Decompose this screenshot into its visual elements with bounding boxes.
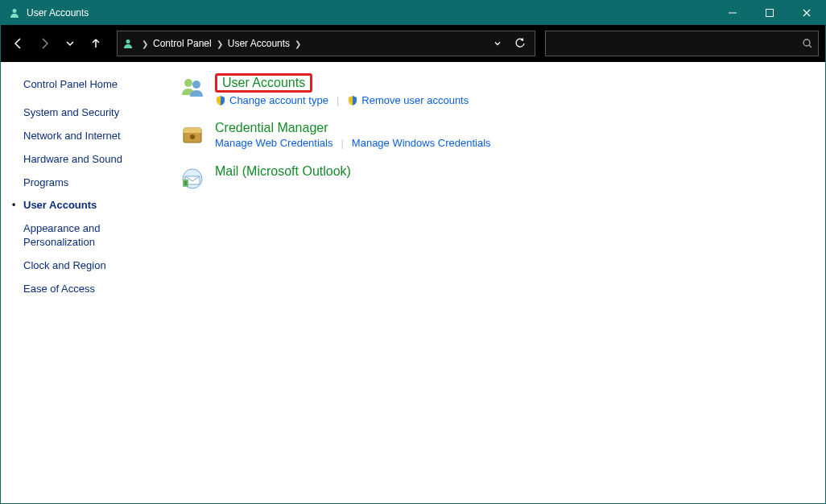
sidebar-item-ease-of-access[interactable]: Ease of Access [23,283,144,296]
maximize-button[interactable] [751,1,788,25]
breadcrumb-control-panel[interactable]: Control Panel [151,38,213,49]
shield-icon [347,95,358,106]
sidebar-item-hardware-sound[interactable]: Hardware and Sound [23,153,144,167]
separator: | [341,137,343,149]
credential-manager-heading[interactable]: Credential Manager [215,121,491,135]
navbar: ❯ Control Panel ❯ User Accounts ❯ [1,25,825,62]
svg-point-5 [184,79,192,87]
address-dropdown-button[interactable] [486,32,509,55]
svg-rect-1 [729,13,737,14]
svg-point-9 [190,134,195,139]
forward-button[interactable] [33,32,56,55]
titlebar: User Accounts [1,1,825,25]
search-box[interactable] [545,31,819,56]
app-icon [9,7,20,19]
search-icon[interactable] [802,38,813,49]
link-remove-user-accounts[interactable]: Remove user accounts [361,94,469,106]
user-accounts-heading[interactable]: User Accounts [215,73,312,93]
sidebar-item-system-security[interactable]: System and Security [23,106,144,120]
svg-rect-8 [184,128,201,133]
recent-locations-button[interactable] [59,32,81,55]
category-mail: Mail (Microsoft Outlook) [178,164,809,193]
chevron-right-icon[interactable]: ❯ [138,39,151,48]
separator: | [337,94,339,106]
search-input[interactable] [551,38,802,49]
user-icon [122,38,134,49]
svg-rect-2 [766,10,774,17]
svg-point-6 [192,81,200,89]
sidebar-item-programs[interactable]: Programs [23,176,144,190]
window-title: User Accounts [27,7,89,19]
category-credential-manager: Credential Manager Manage Web Credential… [178,121,809,150]
up-button[interactable] [85,32,107,55]
sidebar-item-network-internet[interactable]: Network and Internet [23,130,144,143]
user-accounts-icon [178,73,207,102]
refresh-button[interactable] [509,32,531,55]
window-frame: User Accounts ❯ Control Pa [0,0,826,504]
link-manage-web-credentials[interactable]: Manage Web Credentials [215,137,332,149]
sidebar-home[interactable]: Control Panel Home [23,78,144,92]
link-manage-windows-credentials[interactable]: Manage Windows Credentials [352,137,491,149]
sidebar-item-user-accounts[interactable]: User Accounts [23,199,144,213]
credential-manager-icon [178,121,207,150]
sidebar-item-appearance[interactable]: Appearance and Personalization [23,222,144,250]
svg-rect-12 [184,181,187,185]
back-button[interactable] [7,32,30,55]
svg-point-3 [126,39,130,43]
svg-point-0 [13,9,17,13]
close-button[interactable] [788,1,825,25]
address-bar[interactable]: ❯ Control Panel ❯ User Accounts ❯ [117,31,535,56]
content-area: Control Panel Home System and Security N… [1,62,825,503]
sidebar: Control Panel Home System and Security N… [1,62,162,503]
main-panel: User Accounts Change account type | Remo… [162,62,825,503]
link-change-account-type[interactable]: Change account type [229,94,328,106]
mail-icon [178,164,207,193]
breadcrumb-user-accounts[interactable]: User Accounts [226,38,291,49]
chevron-right-icon[interactable]: ❯ [213,39,226,48]
category-user-accounts: User Accounts Change account type | Remo… [178,73,809,106]
chevron-right-icon[interactable]: ❯ [291,39,304,48]
mail-heading[interactable]: Mail (Microsoft Outlook) [215,164,351,179]
minimize-button[interactable] [714,1,751,25]
svg-point-4 [803,39,810,46]
shield-icon [215,95,226,106]
sidebar-item-clock-region[interactable]: Clock and Region [23,259,144,273]
